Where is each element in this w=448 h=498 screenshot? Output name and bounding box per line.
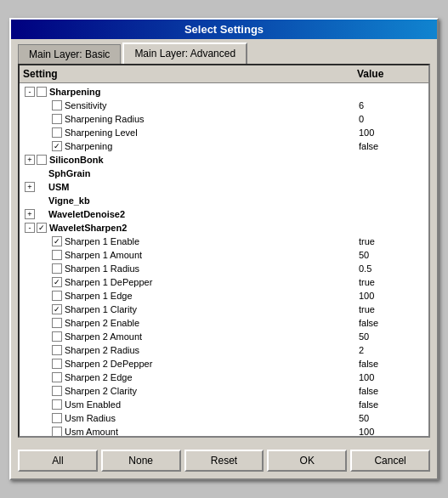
row-value: 100 [359, 291, 427, 301]
tab-main-advanced[interactable]: Main Layer: Advanced [122, 42, 247, 64]
row-checkbox[interactable] [52, 399, 62, 410]
all-button[interactable]: All [18, 450, 98, 472]
row-label: USM [48, 182, 359, 192]
row-label: Sharpen 2 Amount [65, 331, 359, 342]
tree-row[interactable]: Sharpen 2 Enablefalse [20, 316, 428, 330]
row-value: false [359, 386, 427, 396]
row-label: Sharpening [65, 141, 359, 151]
row-value: 0 [359, 114, 427, 124]
row-value: 50 [359, 413, 427, 423]
tree-row[interactable]: Usm Enabledfalse [20, 398, 428, 411]
row-value: 6 [359, 100, 427, 110]
row-label: Vigne_kb [48, 195, 359, 206]
tree-row[interactable]: +SiliconBonk [20, 153, 428, 167]
row-label: Sharpen 1 Amount [65, 250, 359, 260]
row-checkbox[interactable] [52, 345, 62, 355]
row-value: true [359, 236, 427, 246]
row-checkbox[interactable] [52, 277, 62, 287]
tree-row[interactable]: Sharpen 2 Edge100 [20, 371, 428, 384]
cancel-button[interactable]: Cancel [350, 450, 430, 472]
col-value-header: Value [357, 68, 425, 80]
tree-row[interactable]: Sharpen 1 DePeppertrue [20, 275, 428, 289]
row-label: Sensitivity [65, 100, 359, 110]
row-checkbox[interactable] [52, 114, 62, 124]
row-checkbox[interactable] [52, 413, 62, 423]
row-value: 0.5 [359, 263, 427, 274]
row-label: Sharpen 2 Clarity [65, 386, 359, 396]
row-label: Sharpen 2 Radius [65, 345, 359, 355]
table-header: Setting Value [20, 65, 428, 83]
row-label: Sharpen 1 Radius [65, 263, 359, 274]
row-checkbox[interactable] [52, 263, 62, 274]
none-button[interactable]: None [101, 450, 181, 472]
col-setting-header: Setting [23, 68, 357, 80]
tree-row[interactable]: +WaveletDenoise2 [20, 207, 428, 221]
row-label: Sharpen 1 Enable [65, 236, 359, 246]
row-label: Sharpen 1 DePepper [65, 277, 359, 287]
expand-button[interactable]: - [25, 87, 35, 97]
row-label: Sharpen 2 Edge [65, 372, 359, 382]
row-label: Sharpening [49, 87, 359, 97]
row-label: Usm Enabled [65, 399, 359, 410]
row-checkbox[interactable] [52, 331, 62, 342]
row-checkbox[interactable] [52, 236, 62, 246]
tree-row[interactable]: Sharpen 2 DePepperfalse [20, 357, 428, 371]
row-checkbox[interactable] [52, 250, 62, 260]
tree-row[interactable]: Usm Amount100 [20, 425, 428, 436]
row-checkbox[interactable] [52, 141, 62, 151]
tree-row[interactable]: Sensitivity6 [20, 99, 428, 112]
reset-button[interactable]: Reset [184, 450, 264, 472]
row-value: 100 [359, 372, 427, 382]
row-value: 50 [359, 250, 427, 260]
tree-row[interactable]: -WaveletSharpen2 [20, 221, 428, 235]
tree-row[interactable]: Sharpen 1 Enabletrue [20, 235, 428, 248]
tree-row[interactable]: +USM [20, 180, 428, 194]
expand-button[interactable]: + [25, 182, 35, 192]
tree-row[interactable]: Sharpen 2 Radius2 [20, 343, 428, 357]
row-label: SphGrain [48, 168, 359, 178]
row-label: Sharpen 1 Clarity [65, 304, 359, 314]
row-label: Sharpening Level [65, 127, 359, 138]
tab-main-basic[interactable]: Main Layer: Basic [18, 44, 121, 64]
tree-row[interactable]: Vigne_kb [20, 194, 428, 207]
tree-row[interactable]: Sharpen 1 Claritytrue [20, 303, 428, 316]
expand-button[interactable]: - [25, 223, 35, 233]
expand-button[interactable]: + [25, 155, 35, 165]
button-bar: All None Reset OK Cancel [11, 444, 437, 478]
settings-panel: Setting Value -SharpeningSensitivity6Sha… [18, 64, 430, 438]
select-settings-dialog: Select Settings Main Layer: Basic Main L… [9, 18, 439, 480]
row-checkbox[interactable] [52, 304, 62, 314]
tree-row[interactable]: Sharpen 2 Clarityfalse [20, 384, 428, 398]
tree-row[interactable]: Sharpen 1 Radius0.5 [20, 262, 428, 275]
row-checkbox[interactable] [52, 100, 62, 110]
row-value: false [359, 359, 427, 369]
row-label: Usm Radius [65, 413, 359, 423]
row-checkbox[interactable] [52, 359, 62, 369]
expand-button[interactable]: + [25, 209, 35, 219]
row-label: Sharpen 2 Enable [65, 318, 359, 328]
row-checkbox[interactable] [37, 155, 47, 165]
tree-row[interactable]: Sharpening Level100 [20, 126, 428, 139]
row-checkbox[interactable] [52, 386, 62, 396]
row-checkbox[interactable] [52, 372, 62, 382]
tree-row[interactable]: -Sharpening [20, 85, 428, 99]
ok-button[interactable]: OK [267, 450, 347, 472]
row-checkbox[interactable] [52, 427, 62, 436]
tree-row[interactable]: Sharpen 1 Amount50 [20, 248, 428, 262]
tree-row[interactable]: Sharpening Radius0 [20, 112, 428, 126]
row-label: Sharpen 1 Edge [65, 291, 359, 301]
tree-row[interactable]: SphGrain [20, 167, 428, 180]
row-checkbox[interactable] [37, 223, 47, 233]
row-checkbox[interactable] [52, 291, 62, 301]
tree-row[interactable]: Usm Radius50 [20, 411, 428, 425]
row-value: false [359, 141, 427, 151]
row-label: Usm Amount [65, 427, 359, 436]
tree-row[interactable]: Sharpen 1 Edge100 [20, 289, 428, 303]
row-checkbox[interactable] [52, 127, 62, 138]
tree-row[interactable]: Sharpeningfalse [20, 139, 428, 153]
tree-row[interactable]: Sharpen 2 Amount50 [20, 330, 428, 343]
row-label: Sharpen 2 DePepper [65, 359, 359, 369]
row-checkbox[interactable] [52, 318, 62, 328]
row-checkbox[interactable] [37, 87, 47, 97]
row-value: 100 [359, 127, 427, 138]
